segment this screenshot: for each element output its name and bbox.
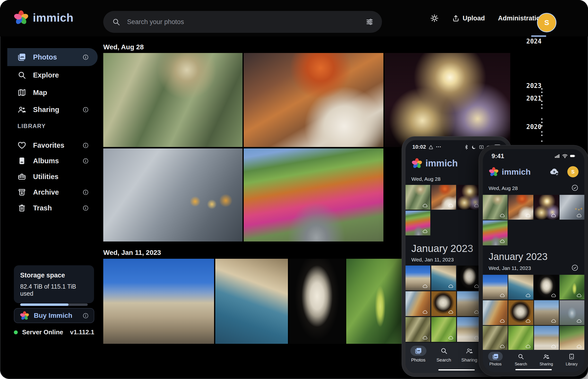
select-all-check-icon[interactable] (571, 184, 578, 192)
photo-fortress[interactable] (483, 275, 508, 300)
cloud-icon (422, 335, 428, 340)
photo-lizard-moss[interactable] (431, 317, 456, 342)
timeline-year[interactable]: 2023 (526, 82, 541, 89)
sidebar-item-favorites[interactable]: Favorites (7, 139, 98, 152)
sidebar-item-sharing[interactable]: Sharing (7, 103, 98, 116)
timeline-dot (541, 125, 542, 126)
timeline-year[interactable]: 2021 (526, 95, 541, 102)
photo-marble-sculpture[interactable] (431, 291, 456, 316)
photo-monkeys[interactable] (406, 185, 430, 210)
photo-autumn-park[interactable] (483, 220, 508, 245)
tab-sharing[interactable]: Sharing (539, 352, 554, 366)
photo-fireworks[interactable] (534, 195, 559, 220)
tab-search[interactable]: Search (514, 352, 528, 366)
search-input[interactable] (127, 18, 366, 26)
filter-sliders-icon[interactable] (366, 18, 374, 26)
info-icon[interactable] (82, 158, 89, 164)
photo-dinner-table[interactable] (244, 53, 383, 147)
photo-alpine-village[interactable] (559, 326, 584, 350)
photo-ornate-tower[interactable] (559, 300, 584, 325)
sidebar-item-label: Albums (33, 157, 82, 165)
photo-beach-cliff[interactable] (483, 300, 508, 325)
photo-coastal-town[interactable] (215, 259, 288, 344)
theme-toggle-sun-icon[interactable] (430, 14, 439, 23)
brand-wordmark: immich (502, 167, 531, 177)
sidebar-item-photos[interactable]: Photos (7, 48, 98, 66)
photo-winter-church[interactable] (457, 317, 482, 342)
photo-monkeys[interactable] (483, 195, 508, 220)
tab-photos[interactable]: Photos (488, 352, 503, 366)
immich-flower-icon (13, 10, 29, 25)
timeline-dot (541, 104, 542, 105)
sidebar-item-label: Sharing (33, 106, 82, 114)
buy-immich-button[interactable]: Buy Immich (14, 308, 94, 323)
photo-autumn-park[interactable] (406, 211, 430, 236)
tab-photos[interactable]: Photos (410, 346, 427, 363)
cloud-sync-icon[interactable] (549, 167, 560, 177)
photo-image (103, 148, 242, 241)
info-icon[interactable] (82, 54, 89, 61)
cloud-icon (448, 309, 454, 315)
immich-flower-icon (489, 167, 499, 177)
upload-button[interactable]: Upload (452, 14, 485, 22)
photo-lizard[interactable] (406, 317, 430, 342)
cloud-icon (551, 344, 557, 349)
photo-dinner-table[interactable] (508, 195, 533, 220)
user-avatar[interactable]: S (537, 13, 556, 32)
sidebar-item-utilities[interactable]: Utilities (7, 170, 98, 183)
photo-holding-hands[interactable] (103, 148, 242, 241)
photo-autumn-park[interactable] (244, 148, 383, 241)
photo-coastal-town[interactable] (508, 275, 533, 300)
cloud-icon (499, 318, 506, 324)
sidebar-item-trash[interactable]: Trash (7, 201, 98, 215)
sidebar-item-map[interactable]: Map (7, 86, 98, 99)
tab-library[interactable]: Library (564, 352, 579, 366)
photo-coastal-town[interactable] (431, 266, 456, 290)
sidebar-item-label: Explore (33, 71, 98, 79)
photo-fortress[interactable] (406, 266, 430, 290)
photo-dinner-table[interactable] (431, 185, 456, 210)
immich-logo[interactable]: immich (13, 10, 74, 25)
photo-ruin-wall[interactable] (534, 300, 559, 325)
cloud-icon (525, 213, 531, 218)
photo-sea-grapes[interactable] (346, 259, 403, 344)
cloud-icon (499, 238, 506, 244)
info-icon[interactable] (82, 205, 89, 211)
timeline-scrubber-handle[interactable] (531, 35, 546, 37)
timeline-dot (541, 135, 542, 136)
info-icon[interactable] (82, 189, 89, 196)
photo-marble-bust[interactable] (289, 259, 345, 344)
info-icon[interactable] (82, 313, 89, 319)
date-group-header: Wed, Jan 11, 2023 (489, 265, 531, 271)
timeline-year[interactable]: 2024 (526, 38, 541, 45)
cloud-icon (499, 213, 506, 218)
photo-fireworks[interactable] (385, 53, 510, 147)
photo-marble-sculpture[interactable] (508, 300, 533, 325)
sidebar-item-archive[interactable]: Archive (7, 185, 98, 199)
tab-search[interactable]: Search (436, 346, 452, 363)
photo-marble-bust[interactable] (534, 275, 559, 300)
photo-winter-church[interactable] (534, 326, 559, 350)
photo-holding-hands[interactable] (559, 195, 584, 220)
photo-marble-bust[interactable] (457, 266, 482, 290)
photo-beach-cliff[interactable] (406, 291, 430, 316)
photo-fireworks[interactable] (457, 185, 482, 210)
info-icon[interactable] (82, 142, 89, 149)
sidebar-item-albums[interactable]: Albums (7, 154, 98, 168)
timeline-year[interactable]: 2020 (526, 123, 541, 130)
photo-lizard-moss[interactable] (508, 326, 533, 350)
photo-sea-grapes[interactable] (559, 275, 584, 300)
select-all-check-icon[interactable] (571, 264, 578, 272)
photo-image (385, 53, 510, 147)
photo-ruin-wall[interactable] (457, 291, 482, 316)
photo-fortress[interactable] (103, 259, 214, 344)
photo-monkeys[interactable] (103, 53, 242, 147)
search-bar[interactable] (103, 11, 382, 33)
sidebar-item-explore[interactable]: Explore (7, 68, 98, 82)
cloud-icon (422, 229, 428, 234)
user-avatar[interactable]: S (567, 166, 578, 177)
info-icon[interactable] (82, 106, 89, 113)
tab-sharing[interactable]: Sharing (461, 346, 477, 363)
photo-lizard[interactable] (483, 326, 508, 350)
sidebar-section-library: LIBRARY (17, 123, 46, 129)
